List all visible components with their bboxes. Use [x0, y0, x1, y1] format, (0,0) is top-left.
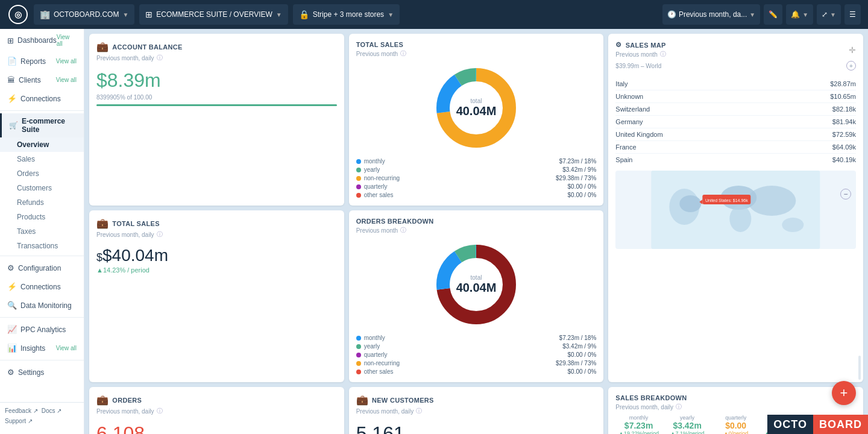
account-balance-title: 💼 ACCOUNT BALANCE	[96, 41, 337, 52]
edit-button[interactable]: ✏️	[764, 4, 782, 25]
workspace-dropdown[interactable]: 🏢 OCTOBOARD.COM ▼	[34, 4, 134, 25]
support-link[interactable]: Support ↗	[5, 418, 33, 424]
new-customers-icon: 💼	[356, 394, 368, 406]
donut-center: total 40.04M	[456, 98, 497, 118]
sidebar-item-data-monitoring[interactable]: 🔍 Data Monitoring	[0, 296, 84, 315]
sidebar-item-settings[interactable]: ⚙ Settings	[0, 363, 84, 382]
orders-breakdown-info[interactable]: ⓘ	[400, 226, 406, 234]
sidebar-sub-refunds[interactable]: Refunds	[0, 195, 84, 210]
new-customers-value: 5,161	[356, 423, 597, 434]
settings-label: Settings	[18, 368, 44, 377]
total-sales-legend: monthly $7.23m / 18% yearly $3.42m / 9% …	[356, 158, 597, 198]
dashboards-label: Dashboards	[17, 36, 57, 45]
sidebar-sub-customers[interactable]: Customers	[0, 181, 84, 195]
clients-view-all[interactable]: View all	[56, 77, 77, 83]
share-button[interactable]: ⤢▼	[817, 4, 841, 25]
sidebar-item-dashboards[interactable]: ⊞ Dashboards View all	[0, 29, 84, 52]
connections2-label: Connections	[20, 283, 61, 291]
suite-dropdown[interactable]: ⊞ ECOMMERCE SUITE / OVERVIEW ▼	[139, 4, 288, 25]
map-item-uk: United Kingdom $72.59k	[615, 128, 856, 141]
reports-view-all[interactable]: View all	[56, 58, 77, 64]
octo-label: OCTO	[767, 415, 813, 434]
sales-breakdown-title: SALES BREAKDOWN	[615, 394, 856, 401]
logo[interactable]: ◎	[7, 4, 29, 25]
expand-icon[interactable]: ✛	[849, 45, 856, 55]
world-map-svg: United States: $14.96k	[615, 171, 856, 249]
sales-map-info[interactable]: ⓘ	[660, 50, 666, 58]
sidebar-item-ppc[interactable]: 📈 PPC Analytics	[0, 320, 84, 339]
total-sales-card: 💼 TOTAL SALES Previous month, daily ⓘ $$…	[89, 210, 344, 382]
sidebar-sub-overview[interactable]: Overview	[0, 137, 84, 152]
insights-view-all[interactable]: View all	[56, 345, 77, 351]
sales-breakdown-info[interactable]: ⓘ	[676, 403, 682, 411]
ecommerce-label: E-commerce Suite	[22, 117, 77, 134]
data-monitoring-label: Data Monitoring	[20, 301, 72, 310]
sidebar-item-connections[interactable]: ⚡ Connections	[0, 89, 84, 108]
docs-link[interactable]: Docs ↗	[42, 407, 62, 414]
orders-legend-quarterly: quarterly $0.00 / 0%	[356, 351, 597, 358]
sidebar-item-connections2[interactable]: ⚡ Connections	[0, 277, 84, 296]
sidebar-item-reports[interactable]: 📄 Reports View all	[0, 52, 84, 71]
balance-bar	[96, 104, 337, 106]
sidebar-item-clients[interactable]: 🏛 Clients View all	[0, 71, 84, 89]
breakdown-monthly: monthly $7.23m ▲19.22%/period	[615, 415, 662, 434]
menu-button[interactable]: ☰	[844, 4, 861, 25]
store-icon: 🔒	[299, 10, 309, 19]
workspace-icon: 🏢	[40, 10, 50, 19]
sales-map-card: ⚙ SALES MAP Previous month ⓘ ✛ $39.99m –…	[608, 34, 863, 382]
dashboards-view-all[interactable]: View all	[57, 34, 77, 47]
map-item-italy: Italy $28.87m	[615, 78, 856, 90]
fab-button[interactable]: +	[832, 381, 856, 405]
time-range-button[interactable]: 🕐 Previous month, da... ▼	[662, 4, 760, 25]
store-dropdown[interactable]: 🔒 Stripe + 3 more stores ▼	[293, 4, 400, 25]
legend-item-othersales: other sales $0.00 / 0%	[356, 192, 597, 198]
map-minus-btn[interactable]: −	[840, 189, 851, 200]
feedback-link[interactable]: Feedback ↗	[5, 407, 38, 414]
sidebar-item-insights[interactable]: 📊 Insights View all	[0, 339, 84, 357]
sales-breakdown-subtitle: Previous month, daily ⓘ	[615, 403, 856, 411]
top-nav: ◎ 🏢 OCTOBOARD.COM ▼ ⊞ ECOMMERCE SUITE / …	[0, 0, 868, 29]
sidebar-sub-taxes[interactable]: Taxes	[0, 224, 84, 239]
account-balance-info[interactable]: ⓘ	[157, 54, 163, 62]
new-customers-subtitle: Previous month, daily ⓘ	[356, 407, 597, 415]
share-chevron: ▼	[830, 11, 836, 18]
new-customers-info[interactable]: ⓘ	[416, 407, 422, 415]
sidebar-sub-orders[interactable]: Orders	[0, 166, 84, 181]
config-icon: ⚙	[7, 263, 14, 272]
sidebar: ⊞ Dashboards View all 📄 Reports View all…	[0, 29, 84, 434]
sidebar-divider-4	[0, 360, 84, 360]
map-plus-btn[interactable]: +	[846, 61, 856, 71]
sidebar-item-configuration[interactable]: ⚙ Configuration	[0, 259, 84, 277]
total-sales-donut-subtitle: Previous month ⓘ	[356, 49, 597, 58]
sidebar-sub-transactions[interactable]: Transactions	[0, 239, 84, 253]
orders-donut-label: total	[456, 274, 497, 281]
configuration-label: Configuration	[18, 264, 61, 272]
total-sales-donut-title: TOTAL SALES	[356, 41, 597, 48]
connections-icon: ⚡	[7, 94, 17, 103]
map-item-spain: Spain $40.19k	[615, 154, 856, 166]
breakdown-yearly: yearly $3.42m ▲7.1%/period	[664, 415, 711, 434]
monitoring-icon: 🔍	[7, 301, 17, 310]
ppc-icon: 📈	[7, 325, 17, 334]
account-balance-subtitle: Previous month, daily ⓘ	[96, 54, 337, 62]
sidebar-sub-products[interactable]: Products	[0, 210, 84, 224]
suite-chevron: ▼	[276, 11, 282, 18]
workspace-label: OCTOBOARD.COM	[54, 10, 119, 19]
insights-label: Insights	[20, 344, 45, 353]
total-sales-info[interactable]: ⓘ	[157, 230, 163, 239]
total-sales-donut-info[interactable]: ⓘ	[400, 49, 406, 58]
sidebar-sub-sales[interactable]: Sales	[0, 152, 84, 166]
suite-label: ECOMMERCE SUITE / OVERVIEW	[156, 10, 272, 19]
clients-icon: 🏛	[7, 75, 15, 84]
store-label: Stripe + 3 more stores	[313, 10, 384, 19]
sidebar-ecommerce-header[interactable]: 🛒 E-commerce Suite	[0, 113, 84, 137]
map-item-unknown: Unknown $10.65m	[615, 90, 856, 103]
svg-point-8	[748, 186, 796, 216]
octoboard-brand: OCTO BOARD	[767, 415, 868, 434]
orders-breakdown-subtitle: Previous month ⓘ	[356, 226, 597, 234]
orders-info[interactable]: ⓘ	[157, 407, 163, 415]
orders-donut-value: 40.04M	[456, 281, 497, 295]
notification-button[interactable]: 🔔▼	[786, 4, 813, 25]
legend-item-yearly: yearly $3.42m / 9%	[356, 166, 597, 173]
nav-right: 🕐 Previous month, da... ▼ ✏️ 🔔▼ ⤢▼ ☰	[662, 4, 861, 25]
